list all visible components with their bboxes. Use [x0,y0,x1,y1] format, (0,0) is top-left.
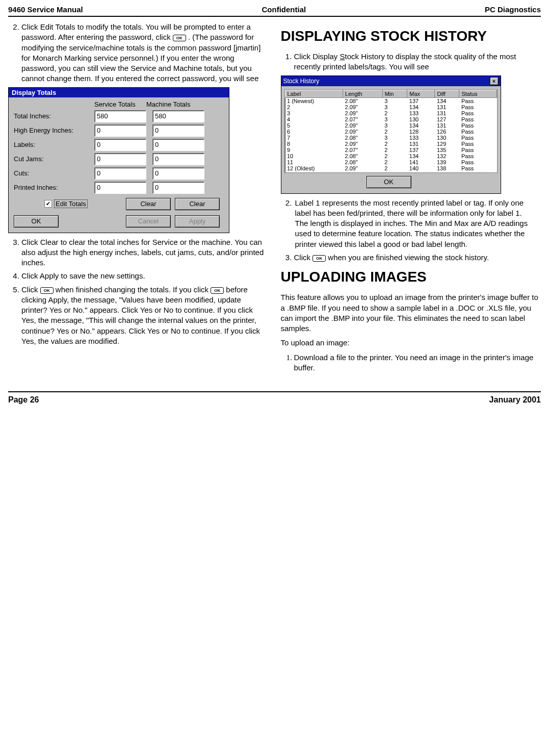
table-cell: 10 [285,153,343,159]
page-header: 9460 Service Manual Confidential PC Diag… [8,5,541,17]
right-column: DISPLAYING STOCK HISTORY Click Display S… [281,22,541,376]
sh-step-2a-text: Label 1 represents the most recently pri… [294,198,541,219]
service-field[interactable] [94,182,146,194]
totals-row: Printed Inches: [14,182,224,194]
totals-row: Labels: [14,139,224,151]
machine-header: Machine Totals [146,100,198,108]
heading-uploading-images: UPLOADING IMAGES [281,269,541,285]
table-cell: Pass [459,147,496,153]
service-field[interactable] [94,153,146,165]
table-row: 22.09"3134131Pass [285,104,496,110]
table-cell: 2.08" [343,153,383,159]
table-cell: 3 [382,104,407,110]
table-cell: 134 [407,122,435,129]
table-row: 32.09"2133131Pass [285,110,496,116]
machine-field[interactable] [152,110,204,122]
totals-row-label: Cuts: [14,169,94,177]
table-cell: 2.09" [343,141,383,147]
ok-icon: OK [173,35,186,41]
table-cell: Pass [459,110,496,116]
table-cell: 131 [435,122,459,129]
edit-totals-checkbox[interactable]: ✔ [44,200,52,208]
clear-machine-button[interactable]: Clear [175,198,220,210]
sh-step-2: Label 1 represents the most recently pri… [294,198,541,249]
table-row: 42.07"3130127Pass [285,116,496,122]
table-cell: 126 [435,129,459,135]
step-4: Click Apply to save the new settings. [21,271,269,281]
service-field[interactable] [94,110,146,122]
cancel-button[interactable]: Cancel [126,215,171,228]
ok-icon: OK [211,287,224,294]
underlined-s: S [340,52,345,61]
service-field[interactable] [94,139,146,151]
step-3-text: Click Clear to clear the total inches fo… [21,238,264,267]
apply-button[interactable]: Apply [175,215,220,228]
table-cell: 135 [435,147,459,153]
machine-field[interactable] [152,182,204,194]
table-cell: 8 [285,141,343,147]
totals-row: Cuts: [14,167,224,180]
table-cell: 133 [407,135,435,141]
table-cell: Pass [459,135,496,141]
stock-history-table: LabelLengthMinMaxDiffStatus 1 (Newest)2.… [285,90,497,171]
table-cell: 130 [407,116,435,122]
table-cell: Pass [459,97,496,104]
table-cell: Pass [459,153,496,159]
table-cell: 2 [382,141,407,147]
table-cell: 6 [285,129,343,135]
table-row: 62.09"2128126Pass [285,129,496,135]
table-cell: 2 [382,159,407,165]
table-row: 112.08"2141139Pass [285,159,496,165]
table-cell: 3 [382,135,407,141]
step-3: Click Clear to clear the total inches fo… [21,237,269,268]
sh-ok-button[interactable]: OK [367,176,411,188]
totals-row-label: Total Inches: [14,112,94,120]
table-cell: 2.07" [343,116,383,122]
sh-column-header: Length [343,90,383,97]
footer-right: January 2001 [489,395,541,405]
sh-step-1: Click Display Stock History to display t… [294,52,541,72]
display-totals-dialog: Display Totals Service Totals Machine To… [8,87,229,233]
table-cell: 132 [435,153,459,159]
table-cell: 141 [407,159,435,165]
totals-row: High Energy Inches: [14,124,224,137]
header-left: 9460 Service Manual [8,5,83,14]
totals-row: Cut Jams: [14,153,224,165]
heading-stock-history: DISPLAYING STOCK HISTORY [281,28,541,44]
machine-field[interactable] [152,167,204,180]
table-cell: 2.08" [343,97,383,104]
clear-service-button[interactable]: Clear [126,198,171,210]
table-cell: 137 [407,147,435,153]
table-row: 102.08"2134132Pass [285,153,496,159]
table-cell: 133 [407,110,435,116]
table-cell: 129 [435,141,459,147]
table-cell: 2.07" [343,147,383,153]
table-cell: 134 [435,97,459,104]
sh-dialog-title: Stock History [283,78,320,85]
header-right: PC Diagnostics [485,5,541,14]
table-cell: 3 [382,122,407,129]
table-cell: 2.08" [343,159,383,165]
table-cell: Pass [459,129,496,135]
page-footer: Page 26 January 2001 [8,391,541,405]
sh-step-1a-text: Click Display [294,52,340,61]
machine-field[interactable] [152,124,204,137]
table-cell: 2 [382,129,407,135]
service-field[interactable] [94,167,146,180]
step-5a-text: Click [21,285,40,294]
table-cell: 128 [407,129,435,135]
machine-field[interactable] [152,153,204,165]
table-cell: Pass [459,104,496,110]
header-center: Confidential [262,5,306,14]
footer-left: Page 26 [8,395,39,405]
table-row: 92.07"2137135Pass [285,147,496,153]
table-cell: Pass [459,141,496,147]
service-field[interactable] [94,124,146,137]
table-cell: 2 [382,110,407,116]
table-cell: 1 (Newest) [285,97,343,104]
ok-button[interactable]: OK [14,215,59,228]
sh-column-header: Status [459,90,496,97]
close-icon[interactable]: × [490,77,499,85]
stock-history-dialog: Stock History × LabelLengthMinMaxDiffSta… [281,75,501,194]
machine-field[interactable] [152,139,204,151]
